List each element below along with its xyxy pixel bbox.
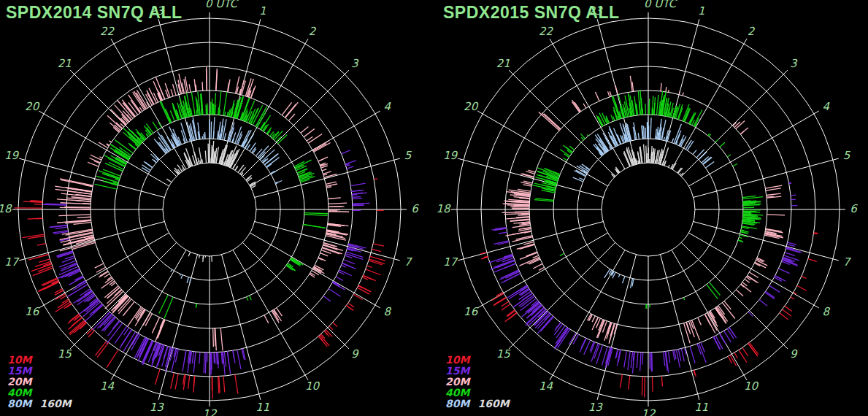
hour-line — [688, 111, 818, 186]
hour-line — [233, 250, 308, 380]
qso-spike — [180, 274, 181, 276]
qso-spike — [542, 113, 560, 130]
qso-spike — [607, 323, 611, 334]
qso-spike — [791, 195, 796, 196]
qso-spike — [785, 253, 795, 255]
qso-spike — [336, 277, 343, 280]
band-legend-2014: 10M15M20M40M80M160M — [7, 355, 72, 409]
qso-spike — [661, 376, 662, 386]
qso-spike — [645, 128, 646, 139]
qso-spike — [344, 260, 355, 264]
hour-label-20: 20 — [464, 100, 479, 113]
hour-label-9: 9 — [790, 347, 798, 361]
qso-spike — [513, 207, 529, 207]
qso-spike — [99, 157, 102, 158]
legend-row: 20M — [445, 377, 510, 388]
legend-label-15m: 15M — [445, 365, 469, 377]
qso-spike — [703, 157, 712, 164]
qso-spike — [227, 112, 228, 116]
qso-spike — [789, 183, 792, 184]
hour-label-18: 18 — [0, 202, 12, 215]
qso-spike — [97, 342, 108, 357]
qso-spike — [60, 179, 93, 185]
qso-spike — [520, 253, 537, 259]
qso-spike — [512, 225, 531, 227]
legend-row: 20M — [7, 377, 72, 388]
qso-spike — [642, 131, 643, 139]
qso-spike — [742, 196, 756, 197]
qso-spike — [642, 353, 643, 365]
qso-spike — [581, 338, 586, 348]
qso-spike — [72, 242, 96, 249]
qso-spike — [39, 259, 50, 263]
qso-spike — [596, 317, 599, 323]
qso-spike — [814, 234, 817, 234]
qso-spike — [611, 115, 613, 121]
qso-spike — [154, 155, 159, 160]
qso-spike — [329, 326, 333, 330]
qso-spike — [207, 66, 207, 90]
qso-spike — [608, 91, 610, 96]
qso-spike — [60, 242, 95, 251]
qso-spike — [212, 377, 213, 398]
qso-spike — [55, 227, 68, 228]
qso-spike — [683, 93, 683, 96]
qso-spike — [301, 127, 308, 134]
qso-spike — [30, 201, 42, 201]
qso-spike — [295, 160, 312, 168]
hour-line — [550, 250, 625, 380]
qso-spike — [523, 185, 531, 186]
qso-spike — [775, 277, 782, 281]
qso-spike — [341, 265, 345, 267]
qso-spike — [797, 286, 807, 291]
qso-spike — [61, 269, 80, 278]
qso-spike — [672, 139, 673, 143]
qso-spike — [651, 153, 652, 163]
hour-line — [672, 250, 747, 380]
legend-row: 80M160M — [7, 398, 72, 409]
qso-spike — [171, 89, 173, 96]
qso-spike — [129, 145, 136, 150]
hour-line — [681, 70, 788, 177]
qso-spike — [787, 244, 795, 247]
chart-title-2015: SPDX2015 SN7Q ALL — [443, 3, 620, 23]
hour-label-21: 21 — [496, 57, 510, 70]
qso-spike — [161, 101, 170, 123]
qso-spike — [679, 135, 684, 146]
qso-spike — [235, 374, 238, 393]
qso-spike — [734, 353, 737, 358]
qso-spike — [199, 255, 200, 258]
qso-spike — [183, 169, 184, 171]
qso-spike — [112, 320, 119, 328]
hour-label-17: 17 — [443, 255, 458, 269]
qso-spike — [373, 244, 384, 246]
qso-spike — [715, 139, 718, 142]
qso-spike — [374, 179, 377, 180]
qso-spike — [171, 269, 172, 271]
qso-spike — [313, 144, 326, 151]
legend-label-10m: 10M — [445, 354, 469, 366]
qso-spike — [692, 320, 700, 340]
qso-spike — [196, 110, 197, 116]
qso-spike — [159, 295, 168, 314]
qso-spike — [684, 108, 690, 122]
qso-spike — [613, 176, 614, 177]
qso-spike — [759, 300, 767, 307]
hour-label-8: 8 — [384, 305, 392, 318]
qso-spike — [628, 351, 630, 370]
qso-spike — [624, 168, 625, 169]
hour-label-2: 2 — [309, 25, 317, 38]
qso-spike — [196, 304, 197, 308]
hour-label-1: 1 — [259, 4, 266, 18]
hour-label-16: 16 — [464, 305, 479, 318]
qso-spike — [750, 342, 758, 354]
qso-spike — [191, 92, 195, 115]
qso-spike — [160, 101, 170, 123]
qso-spike — [512, 231, 531, 234]
qso-spike — [342, 150, 350, 154]
qso-spike — [171, 373, 174, 389]
qso-spike — [720, 334, 724, 342]
qso-spike — [563, 158, 566, 161]
qso-spike — [736, 290, 743, 296]
qso-spike — [740, 128, 748, 134]
